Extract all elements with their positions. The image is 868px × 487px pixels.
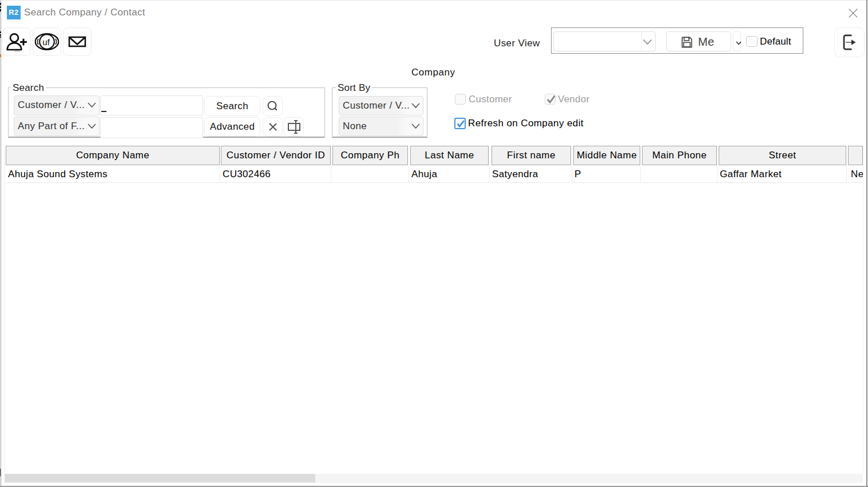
svg-text:uf: uf (42, 37, 50, 47)
